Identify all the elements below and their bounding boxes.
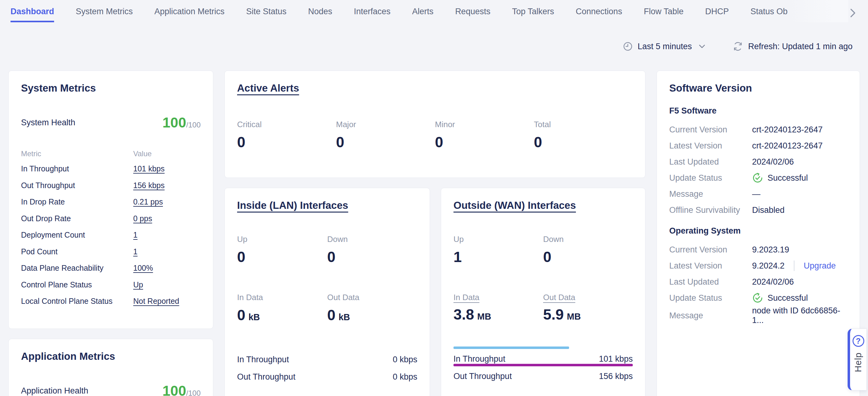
tab-interfaces[interactable]: Interfaces — [354, 7, 391, 21]
chevron-down-icon — [699, 44, 705, 49]
lan-interfaces-card: Inside (LAN) Interfaces Up 0 Down 0 In D… — [224, 188, 430, 396]
sw-row: Offline SurvivabilityDisabled — [669, 202, 847, 218]
system-health-value: 100 — [163, 114, 186, 131]
metric-value-link[interactable]: 1 — [133, 247, 200, 256]
alert-stat-total: Total 0 — [534, 120, 633, 151]
table-row: Pod Count1 — [21, 244, 200, 260]
table-row: In Drop Rate0.21 pps — [21, 194, 200, 210]
tab-flow-table[interactable]: Flow Table — [644, 7, 684, 21]
help-tab[interactable]: ? Help — [847, 329, 867, 390]
stat-label: In Data — [237, 293, 328, 302]
table-row: Control Plane StatusUp — [21, 277, 200, 293]
refresh-control[interactable]: Refresh: Updated 1 min ago — [733, 41, 852, 52]
tab-connections[interactable]: Connections — [576, 7, 622, 21]
throughput-label: Out Throughput — [237, 372, 296, 382]
out-data-link[interactable]: Out Data — [543, 293, 575, 302]
time-range-selector[interactable]: Last 5 minutes — [623, 41, 706, 51]
update-status-value: Successful — [752, 172, 847, 183]
metric-value-link[interactable]: 156 kbps — [133, 181, 200, 190]
stat-value: 3.8MB — [454, 306, 543, 325]
tab-dashboard[interactable]: Dashboard — [10, 7, 54, 22]
in-throughput-bar — [454, 346, 569, 349]
clock-icon — [623, 41, 633, 51]
metric-value-link[interactable]: 1 — [133, 230, 200, 239]
out-throughput-bar — [454, 364, 633, 366]
tab-requests[interactable]: Requests — [455, 7, 490, 21]
upgrade-link[interactable]: Upgrade — [804, 261, 836, 271]
metric-label: Local Control Plane Status — [21, 297, 133, 306]
table-row: Data Plane Reachability100% — [21, 260, 200, 277]
stat-value: 1 — [454, 249, 543, 265]
top-tab-bar: Dashboard System Metrics Application Met… — [0, 0, 868, 24]
lan-out-data-stat: Out Data 0kB — [328, 293, 417, 326]
metric-column-header: Metric — [21, 149, 133, 158]
f5-software-heading: F5 Software — [669, 106, 847, 116]
metric-value-link[interactable]: 0 pps — [133, 214, 200, 223]
software-version-title: Software Version — [669, 81, 847, 95]
system-metrics-table: Metric Value In Throughput101 kbps Out T… — [21, 149, 200, 310]
stat-label: Down — [543, 234, 633, 244]
row-label: Latest Version — [669, 261, 752, 271]
sw-row: Message— — [669, 186, 847, 202]
row-label: Message — [669, 189, 752, 199]
lan-out-throughput: Out Throughput 0 kbps — [237, 364, 417, 382]
success-icon — [752, 292, 763, 304]
stat-value: 0kB — [237, 307, 328, 326]
row-value: Disabled — [752, 205, 847, 215]
tab-top-talkers[interactable]: Top Talkers — [512, 7, 554, 21]
sw-row: Last Updated2024/02/06 — [669, 274, 847, 290]
stat-value: 5.9MB — [543, 306, 633, 325]
tab-nodes[interactable]: Nodes — [308, 7, 332, 21]
in-data-link[interactable]: In Data — [454, 293, 479, 302]
application-health-value: 100 — [163, 383, 186, 396]
table-row: Out Throughput156 kbps — [21, 177, 200, 194]
metric-label: In Drop Rate — [21, 197, 133, 206]
tab-status-objects-truncated[interactable]: Status Ob — [750, 7, 787, 21]
stat-value: 0 — [435, 134, 534, 151]
row-value: 2024/02/06 — [752, 277, 847, 287]
tab-system-metrics[interactable]: System Metrics — [76, 7, 133, 21]
application-health-score: 100/100 — [163, 383, 200, 396]
tab-alerts[interactable]: Alerts — [412, 7, 433, 21]
stat-unit: kB — [249, 312, 260, 322]
metric-label: In Throughput — [21, 164, 133, 173]
alert-stat-major: Major 0 — [336, 120, 435, 151]
sw-row: Update Status Successful — [669, 290, 847, 306]
metric-value-link[interactable]: 100% — [133, 263, 200, 273]
row-value: — — [752, 189, 847, 199]
tab-dhcp[interactable]: DHCP — [705, 7, 729, 21]
metric-value-link[interactable]: 0.21 pps — [133, 197, 200, 206]
system-health-label: System Health — [21, 118, 75, 128]
tab-site-status[interactable]: Site Status — [246, 7, 286, 21]
metric-label: Out Drop Rate — [21, 214, 133, 223]
metric-label: Out Throughput — [21, 181, 133, 190]
lan-in-data-stat: In Data 0kB — [237, 293, 328, 326]
stat-value: 0 — [336, 134, 435, 151]
throughput-value: 0 kbps — [393, 355, 417, 364]
system-metrics-title: System Metrics — [21, 81, 200, 95]
lan-interfaces-title-link[interactable]: Inside (LAN) Interfaces — [237, 200, 348, 211]
wan-interfaces-title-link[interactable]: Outside (WAN) Interfaces — [454, 200, 576, 211]
nav-scroll-right-button[interactable] — [848, 7, 858, 19]
software-version-card: Software Version F5 Software Current Ver… — [657, 70, 860, 396]
help-label: Help — [853, 352, 863, 372]
throughput-value: 156 kbps — [599, 371, 633, 381]
sw-row: Last Updated2024/02/06 — [669, 154, 847, 170]
metric-value-link[interactable]: Not Reported — [133, 297, 200, 306]
sw-row: Messagenode with ID 6dc66856-1... — [669, 306, 847, 322]
stat-label: Major — [336, 120, 435, 129]
chevron-right-icon — [848, 7, 858, 19]
sw-row: Latest Versioncrt-20240123-2647 — [669, 138, 847, 154]
stat-value: 0 — [237, 134, 336, 151]
metric-label: Deployment Count — [21, 230, 133, 239]
row-value: 2024/02/06 — [752, 157, 847, 167]
active-alerts-title-link[interactable]: Active Alerts — [237, 82, 299, 94]
stat-unit: kB — [339, 312, 350, 322]
row-label: Message — [669, 311, 752, 320]
throughput-label: Out Throughput — [454, 371, 512, 381]
alert-stat-critical: Critical 0 — [237, 120, 336, 151]
metric-value-link[interactable]: 101 kbps — [133, 164, 200, 173]
stat-value: 0 — [237, 249, 328, 265]
metric-value-link[interactable]: Up — [133, 280, 200, 289]
tab-application-metrics[interactable]: Application Metrics — [155, 7, 225, 21]
